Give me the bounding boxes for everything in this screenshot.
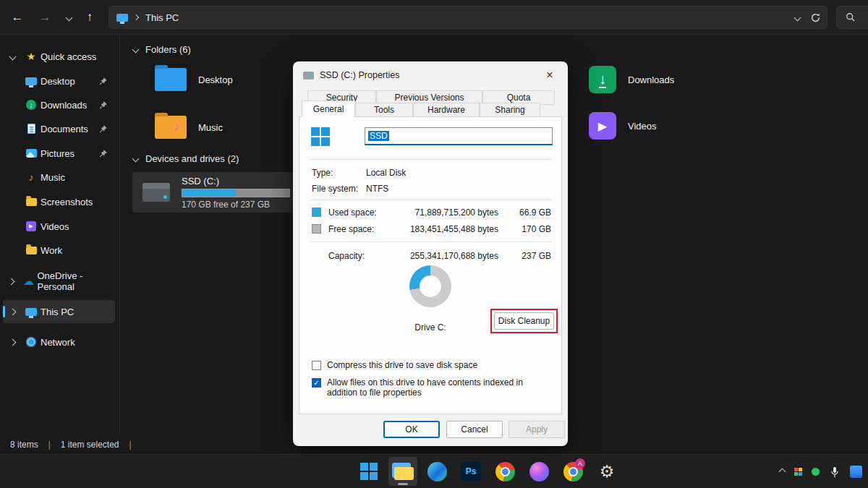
sidebar-item-label: Network bbox=[41, 337, 75, 348]
chevron-down-icon bbox=[65, 14, 72, 21]
settings-taskbar-button[interactable]: ⚙ bbox=[592, 457, 621, 486]
tray-blue-panel-icon[interactable] bbox=[850, 466, 862, 478]
pin-icon bbox=[98, 124, 108, 134]
capacity-row: Capacity: 255,341,170,688 bytes 237 GB bbox=[312, 250, 553, 262]
general-tab-page: SSD Type: Local Disk File system: NTFS U… bbox=[299, 116, 562, 414]
start-button[interactable] bbox=[354, 457, 383, 486]
sidebar-item-downloads[interactable]: ↓ Downloads bbox=[3, 93, 115, 116]
address-dropdown-icon[interactable] bbox=[794, 14, 801, 21]
chevron-down-icon[interactable] bbox=[9, 53, 16, 60]
type-label: Type: bbox=[312, 168, 333, 178]
sidebar-item-pictures[interactable]: Pictures bbox=[3, 142, 115, 165]
sidebar-item-label: Screenshots bbox=[41, 197, 93, 207]
back-icon[interactable]: ← bbox=[7, 7, 27, 27]
chevron-right-icon[interactable] bbox=[9, 308, 16, 315]
tab-general[interactable]: General bbox=[302, 100, 355, 117]
sidebar-item-documents[interactable]: Documents bbox=[3, 117, 115, 140]
divider bbox=[310, 241, 551, 242]
gradient-app-taskbar-button[interactable] bbox=[524, 457, 553, 486]
tab-tools[interactable]: Tools bbox=[355, 103, 413, 117]
breadcrumb[interactable]: This PC bbox=[145, 12, 179, 23]
sidebar-item-music[interactable]: ♪ Music bbox=[3, 166, 115, 189]
up-icon[interactable]: ↑ bbox=[80, 7, 100, 27]
folder-label: Downloads bbox=[628, 74, 674, 85]
photoshop-icon: Ps bbox=[461, 461, 481, 481]
chrome-profile-taskbar-button[interactable]: A bbox=[558, 457, 587, 486]
close-icon[interactable]: × bbox=[536, 64, 563, 86]
tab-sharing[interactable]: Sharing bbox=[480, 103, 540, 117]
hidden-icons-chevron-icon[interactable] bbox=[779, 468, 786, 476]
address-bar[interactable]: This PC bbox=[109, 6, 827, 29]
drive-c-label: Drive C: bbox=[395, 322, 466, 333]
folder-tile-downloads[interactable]: ↓ Downloads bbox=[589, 61, 741, 98]
folder-tile-videos[interactable]: ▶ Videos bbox=[589, 107, 741, 145]
used-space-row: Used space: 71,889,715,200 bytes 66.9 GB bbox=[312, 207, 553, 218]
sidebar-item-network[interactable]: Network bbox=[3, 330, 115, 354]
documents-icon bbox=[27, 124, 35, 134]
folder-label: Desktop bbox=[198, 74, 233, 85]
used-space-bytes: 71,889,715,200 bytes bbox=[415, 207, 498, 218]
forward-icon[interactable]: → bbox=[35, 7, 55, 27]
tab-hardware[interactable]: Hardware bbox=[413, 103, 480, 117]
tray-green-status-icon[interactable] bbox=[812, 468, 820, 476]
index-checkbox-row[interactable]: ✓ Allow files on this drive to have cont… bbox=[312, 377, 551, 398]
pin-icon bbox=[98, 149, 108, 158]
gear-icon: ⚙ bbox=[600, 462, 615, 481]
chevron-right-icon[interactable] bbox=[8, 278, 15, 285]
sidebar-item-label: Work bbox=[41, 245, 62, 256]
folders-section-header[interactable]: Folders (6) bbox=[133, 44, 191, 55]
microphone-icon[interactable] bbox=[829, 466, 841, 479]
sidebar-item-quick-access[interactable]: ★ Quick access bbox=[3, 45, 115, 68]
chrome-icon bbox=[495, 462, 515, 481]
usage-donut bbox=[409, 265, 451, 307]
photoshop-taskbar-button[interactable]: Ps bbox=[456, 457, 485, 486]
download-arrow-icon: ↓ bbox=[599, 72, 606, 88]
drive-label-input[interactable]: SSD bbox=[365, 127, 553, 145]
sidebar-item-desktop[interactable]: Desktop bbox=[3, 69, 115, 93]
collapse-chevron-icon[interactable] bbox=[132, 155, 140, 163]
refresh-icon[interactable] bbox=[810, 12, 821, 23]
divider bbox=[310, 200, 551, 200]
star-icon: ★ bbox=[22, 51, 41, 62]
folder-tile-desktop[interactable]: Desktop bbox=[155, 61, 307, 98]
disk-cleanup-button[interactable]: Disk Cleanup bbox=[494, 312, 554, 330]
sidebar-item-this-pc[interactable]: This PC bbox=[3, 300, 115, 323]
drive-usage-bar bbox=[182, 189, 290, 197]
devices-section-header[interactable]: Devices and drives (2) bbox=[133, 153, 239, 164]
windows-explorer-screen: ← → ↑ This PC ★ Quick access Desktop bbox=[0, 0, 868, 488]
index-checkbox[interactable]: ✓ bbox=[312, 378, 321, 388]
file-explorer-taskbar-button[interactable] bbox=[388, 457, 417, 486]
drive-tile-ssd-c[interactable]: SSD (C:) 170 GB free of 237 GB bbox=[132, 172, 297, 213]
type-value: Local Disk bbox=[366, 168, 406, 178]
chrome-taskbar-button[interactable] bbox=[490, 457, 519, 486]
folder-icon bbox=[26, 247, 37, 254]
search-box[interactable] bbox=[836, 6, 868, 29]
compress-checkbox-row[interactable]: Compress this drive to save disk space bbox=[312, 360, 551, 370]
filesystem-value: NTFS bbox=[366, 184, 388, 194]
used-space-size: 66.9 GB bbox=[519, 207, 551, 218]
search-icon bbox=[846, 12, 856, 22]
hard-drive-icon bbox=[142, 183, 170, 202]
videos-folder-icon: ▶ bbox=[589, 112, 616, 140]
dialog-titlebar[interactable]: SSD (C:) Properties bbox=[293, 61, 568, 89]
edge-taskbar-button[interactable] bbox=[422, 457, 451, 486]
videos-icon: ▶ bbox=[26, 221, 36, 231]
desktop-folder-icon bbox=[155, 68, 187, 91]
sidebar-item-onedrive[interactable]: ☁ OneDrive - Personal bbox=[3, 270, 115, 293]
sidebar-item-label: Videos bbox=[41, 221, 69, 232]
sidebar-item-videos[interactable]: ▶ Videos bbox=[3, 215, 115, 238]
compress-checkbox[interactable] bbox=[312, 361, 321, 370]
section-label: Folders (6) bbox=[145, 44, 191, 55]
network-icon bbox=[26, 337, 36, 347]
collapse-chevron-icon[interactable] bbox=[132, 46, 140, 53]
taskbar: Ps A ⚙ bbox=[0, 454, 868, 488]
onedrive-cloud-icon: ☁ bbox=[20, 275, 38, 288]
sidebar-item-screenshots[interactable]: Screenshots bbox=[3, 190, 115, 213]
folder-label: Music bbox=[198, 122, 223, 133]
recent-locations-chevron-icon[interactable] bbox=[61, 7, 77, 27]
tray-colored-squares-icon[interactable] bbox=[794, 468, 802, 476]
sidebar-item-work[interactable]: Work bbox=[3, 239, 115, 262]
folder-tile-music[interactable]: ♪ Music bbox=[155, 108, 307, 146]
music-folder-icon: ♪ bbox=[155, 116, 187, 139]
chevron-right-icon[interactable] bbox=[9, 338, 16, 346]
